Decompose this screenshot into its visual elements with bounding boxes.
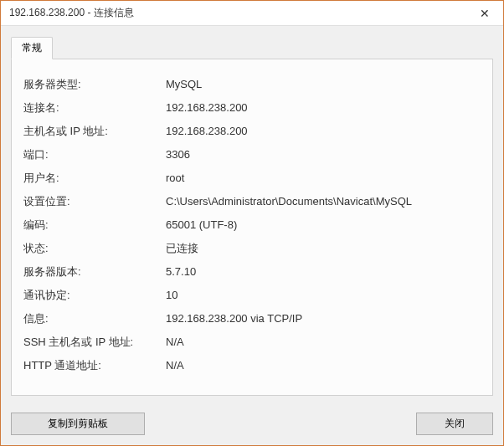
label-settings-location: 设置位置: — [23, 190, 166, 213]
row-port: 端口: 3306 — [23, 143, 481, 167]
value-server-type[interactable]: MySQL — [166, 73, 481, 96]
label-username: 用户名: — [23, 167, 166, 190]
row-encoding: 编码: 65001 (UTF-8) — [23, 213, 481, 237]
window-title: 192.168.238.200 - 连接信息 — [9, 6, 134, 20]
tab-header: 常规 — [11, 37, 493, 59]
value-http-tunnel[interactable]: N/A — [166, 354, 481, 377]
connection-info-window: 192.168.238.200 - 连接信息 ✕ 常规 服务器类型: MySQL… — [0, 0, 504, 446]
copy-to-clipboard-button[interactable]: 复制到剪贴板 — [11, 413, 145, 435]
row-server-type: 服务器类型: MySQL — [23, 73, 481, 96]
label-http-tunnel: HTTP 通道地址: — [23, 354, 166, 377]
row-host: 主机名或 IP 地址: 192.168.238.200 — [23, 120, 481, 143]
value-username[interactable]: root — [166, 167, 481, 190]
label-protocol: 通讯协定: — [23, 284, 166, 307]
titlebar: 192.168.238.200 - 连接信息 ✕ — [1, 1, 503, 26]
label-connection-name: 连接名: — [23, 96, 166, 120]
row-status: 状态: 已连接 — [23, 237, 481, 260]
tab-body: 服务器类型: MySQL 连接名: 192.168.238.200 主机名或 I… — [11, 59, 493, 396]
value-encoding[interactable]: 65001 (UTF-8) — [166, 213, 481, 237]
row-connection-name: 连接名: 192.168.238.200 — [23, 96, 481, 120]
row-ssh-host: SSH 主机名或 IP 地址: N/A — [23, 331, 481, 354]
footer: 复制到剪贴板 关闭 — [1, 406, 503, 445]
label-ssh-host: SSH 主机名或 IP 地址: — [23, 331, 166, 354]
label-server-type: 服务器类型: — [23, 73, 166, 96]
row-username: 用户名: root — [23, 167, 481, 190]
value-protocol[interactable]: 10 — [166, 284, 481, 307]
content-area: 常规 服务器类型: MySQL 连接名: 192.168.238.200 主机名… — [1, 26, 503, 406]
value-information[interactable]: 192.168.238.200 via TCP/IP — [166, 307, 481, 331]
tab-container: 常规 服务器类型: MySQL 连接名: 192.168.238.200 主机名… — [11, 36, 493, 396]
value-ssh-host[interactable]: N/A — [166, 331, 481, 354]
value-connection-name[interactable]: 192.168.238.200 — [166, 96, 481, 120]
value-settings-location[interactable]: C:\Users\Administrator\Documents\Navicat… — [166, 190, 481, 213]
row-settings-location: 设置位置: C:\Users\Administrator\Documents\N… — [23, 190, 481, 213]
close-icon[interactable]: ✕ — [465, 1, 503, 26]
label-host: 主机名或 IP 地址: — [23, 120, 166, 143]
label-status: 状态: — [23, 237, 166, 260]
label-encoding: 编码: — [23, 213, 166, 237]
value-server-version[interactable]: 5.7.10 — [166, 260, 481, 284]
value-port[interactable]: 3306 — [166, 143, 481, 167]
row-http-tunnel: HTTP 通道地址: N/A — [23, 354, 481, 377]
row-information: 信息: 192.168.238.200 via TCP/IP — [23, 307, 481, 331]
value-status[interactable]: 已连接 — [166, 237, 481, 260]
tab-general[interactable]: 常规 — [11, 37, 53, 59]
label-port: 端口: — [23, 143, 166, 167]
label-information: 信息: — [23, 307, 166, 331]
close-button[interactable]: 关闭 — [416, 413, 493, 435]
label-server-version: 服务器版本: — [23, 260, 166, 284]
row-server-version: 服务器版本: 5.7.10 — [23, 260, 481, 284]
row-protocol: 通讯协定: 10 — [23, 284, 481, 307]
value-host[interactable]: 192.168.238.200 — [166, 120, 248, 143]
